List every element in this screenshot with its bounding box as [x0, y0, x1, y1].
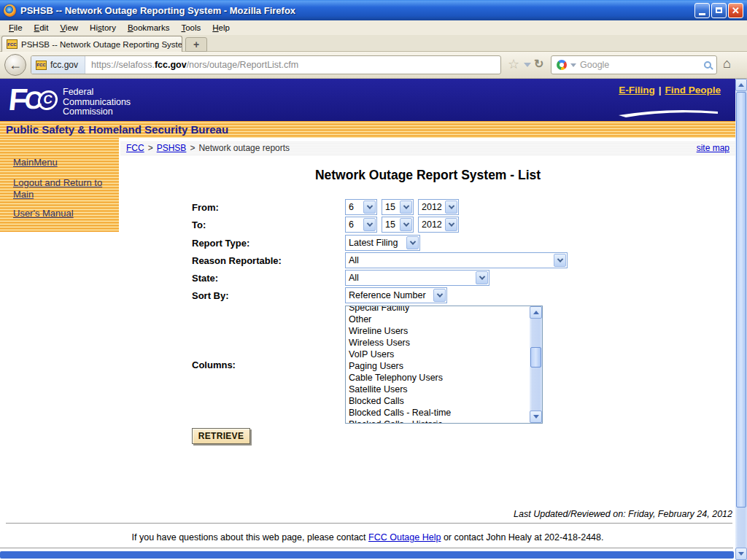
url-text: https://selafoss.fcc.gov/nors/outage/Rep… [85, 60, 298, 70]
select-value: 2012 [419, 202, 444, 212]
columns-option[interactable]: Wireline Users [346, 325, 530, 337]
search-magnifier-icon[interactable] [704, 61, 711, 69]
efiling-link[interactable]: E-Filing [619, 85, 655, 96]
find-people-link[interactable]: Find People [665, 85, 721, 96]
dropdown-arrow-icon[interactable] [433, 289, 446, 302]
breadcrumb-separator: > [190, 143, 195, 153]
sidebar-item-logout[interactable]: Logout and Return to Main [13, 177, 105, 201]
sidebar-item-mainmenu[interactable]: MainMenu [13, 157, 112, 168]
columns-option[interactable]: Cable Telephony Users [346, 372, 530, 384]
columns-option[interactable]: Blocked Calls [346, 395, 530, 407]
state-select[interactable]: All [345, 270, 489, 286]
dropdown-arrow-icon[interactable] [445, 201, 457, 214]
menu-history[interactable]: History [84, 22, 122, 34]
menu-label-part: elp [219, 23, 230, 32]
banner-links: E-Filing|Find People [619, 85, 721, 96]
scroll-up-button[interactable] [530, 306, 542, 319]
scroll-down-button[interactable] [530, 411, 542, 423]
menu-file[interactable]: File [3, 22, 28, 34]
site-map-link[interactable]: site map [697, 143, 729, 153]
breadcrumb-current: Network outage reports [198, 143, 290, 153]
columns-option[interactable]: Satellite Users [346, 384, 530, 395]
scrollbar-thumb[interactable] [736, 92, 746, 508]
google-search-engine-icon[interactable] [557, 60, 567, 70]
listbox-scrollbar[interactable] [530, 306, 542, 423]
history-dropdown-icon[interactable] [524, 63, 531, 67]
dropdown-arrow-icon[interactable] [554, 254, 566, 267]
sidebar-item-users-manual[interactable]: User's Manual [13, 208, 112, 219]
from-month-select[interactable]: 6 [345, 199, 377, 215]
minimize-button[interactable] [694, 3, 710, 18]
breadcrumb-fcc-link[interactable]: FCC [126, 143, 144, 153]
columns-option[interactable]: Blocked Calls - Historic [346, 419, 530, 424]
site-identity-chip[interactable]: FCC fcc.gov [31, 56, 85, 74]
retrieve-button[interactable]: RETRIEVE [192, 428, 250, 444]
to-day-select[interactable]: 15 [382, 217, 414, 233]
breadcrumb-separator: > [148, 143, 153, 153]
tab-pshsb[interactable]: FCC PSHSB -- Network Outage Reporting Sy… [1, 36, 182, 52]
fcc-outage-help-link[interactable]: FCC Outage Help [368, 532, 441, 542]
site-identity-label: fcc.gov [50, 60, 78, 70]
dropdown-arrow-icon[interactable] [363, 201, 376, 214]
menu-bookmarks[interactable]: Bookmarks [122, 22, 176, 34]
last-updated-text: Last Updated/Reviewed on: Friday, Februa… [514, 509, 732, 519]
to-year-select[interactable]: 2012 [418, 217, 459, 233]
dropdown-arrow-icon[interactable] [445, 218, 457, 231]
columns-option[interactable]: Special Facility [346, 306, 530, 314]
report-type-select[interactable]: Latest Filing [345, 235, 420, 251]
from-label: From: [192, 202, 219, 213]
tab-title: PSHSB -- Network Outage Reporting System [21, 40, 182, 49]
select-value: All [346, 273, 475, 283]
search-engine-dropdown-icon[interactable] [570, 63, 576, 67]
menu-edit[interactable]: Edit [28, 22, 55, 34]
dropdown-arrow-icon[interactable] [406, 236, 419, 249]
new-tab-button[interactable]: + [185, 37, 207, 52]
columns-option[interactable]: Blocked Calls - Real-time [346, 407, 530, 419]
search-input[interactable]: Google [580, 60, 700, 70]
reason-reportable-select[interactable]: All [345, 252, 568, 268]
url-domain: fcc.gov [155, 60, 187, 70]
bureau-bar: Public Safety & Homeland Security Bureau [0, 121, 743, 138]
bookmark-star-icon[interactable]: ☆ [508, 57, 519, 71]
columns-option[interactable]: VoIP Users [346, 349, 530, 360]
dropdown-arrow-icon[interactable] [400, 218, 412, 231]
from-year-select[interactable]: 2012 [418, 199, 459, 215]
dropdown-arrow-icon[interactable] [476, 271, 488, 284]
fcc-favicon-icon: FCC [7, 39, 18, 49]
bureau-title: Public Safety & Homeland Security Bureau [0, 123, 228, 136]
page-title: Network Outage Report System - List [120, 168, 735, 183]
breadcrumb-pshsb-link[interactable]: PSHSB [157, 143, 187, 153]
dropdown-arrow-icon[interactable] [363, 218, 376, 231]
close-button[interactable]: ✕ [728, 3, 743, 18]
footer-text-part: or contact John Healy at 202-418-2448. [441, 532, 603, 542]
breadcrumb: FCC > PSHSB > Network outage reports sit… [120, 141, 735, 155]
back-button[interactable]: ← [4, 54, 26, 76]
dropdown-arrow-icon[interactable] [400, 201, 412, 214]
menu-label-part: ookmarks [133, 23, 170, 32]
scroll-down-button[interactable] [735, 548, 747, 560]
reload-icon[interactable]: ↻ [534, 57, 543, 71]
menu-label-part: Hi [90, 23, 98, 32]
menu-view[interactable]: View [54, 22, 84, 34]
menu-label-part: B [128, 23, 133, 32]
to-month-select[interactable]: 6 [345, 217, 377, 233]
search-bar[interactable]: Google [551, 55, 717, 74]
sort-by-select[interactable]: Reference Number [345, 287, 447, 303]
scrollbar-thumb[interactable] [530, 347, 541, 368]
columns-listbox[interactable]: Special Facility Other Wireline Users Wi… [345, 306, 543, 424]
from-day-select[interactable]: 15 [382, 199, 414, 215]
scroll-up-button[interactable] [735, 79, 747, 91]
page-scrollbar[interactable] [735, 79, 747, 560]
columns-option[interactable]: Other [346, 314, 530, 325]
columns-label: Columns: [192, 359, 236, 370]
url-bar[interactable]: FCC fcc.gov https://selafoss.fcc.gov/nor… [31, 55, 501, 74]
columns-option[interactable]: Wireless Users [346, 337, 530, 349]
columns-option[interactable]: Paging Users [346, 360, 530, 372]
home-button[interactable]: ⌂ [723, 56, 731, 71]
select-value: 6 [346, 202, 363, 212]
menu-tools[interactable]: Tools [175, 22, 206, 34]
link-divider: | [659, 85, 662, 96]
menu-help[interactable]: Help [206, 22, 236, 34]
divider [0, 548, 733, 549]
restore-button[interactable] [711, 3, 727, 18]
